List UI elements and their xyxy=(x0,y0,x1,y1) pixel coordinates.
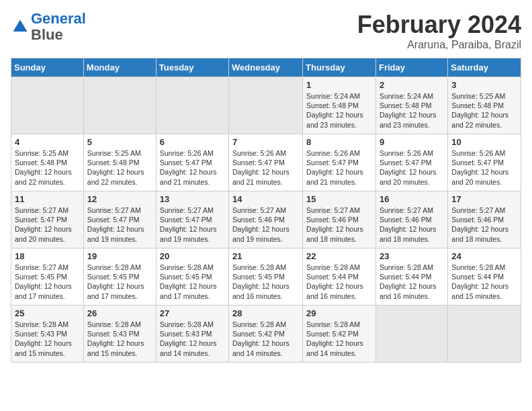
day-number: 23 xyxy=(380,251,444,261)
calendar-cell: 13Sunrise: 5:27 AM Sunset: 5:47 PM Dayli… xyxy=(156,191,228,248)
day-info: Sunrise: 5:26 AM Sunset: 5:47 PM Dayligh… xyxy=(306,148,372,187)
title-block: February 2024 Araruna, Paraiba, Brazil xyxy=(357,11,521,51)
day-info: Sunrise: 5:28 AM Sunset: 5:44 PM Dayligh… xyxy=(451,263,517,301)
calendar-cell: 27Sunrise: 5:28 AM Sunset: 5:43 PM Dayli… xyxy=(156,306,228,363)
day-info: Sunrise: 5:27 AM Sunset: 5:46 PM Dayligh… xyxy=(232,205,299,244)
day-number: 27 xyxy=(160,308,225,318)
day-info: Sunrise: 5:27 AM Sunset: 5:46 PM Dayligh… xyxy=(451,205,517,244)
calendar-cell xyxy=(83,77,156,134)
day-info: Sunrise: 5:26 AM Sunset: 5:47 PM Dayligh… xyxy=(160,148,225,187)
week-row-5: 25Sunrise: 5:28 AM Sunset: 5:43 PM Dayli… xyxy=(11,306,521,363)
day-number: 26 xyxy=(87,308,152,318)
calendar-cell: 14Sunrise: 5:27 AM Sunset: 5:46 PM Dayli… xyxy=(229,191,303,248)
day-info: Sunrise: 5:26 AM Sunset: 5:47 PM Dayligh… xyxy=(232,148,299,187)
day-number: 10 xyxy=(451,137,517,147)
calendar-cell: 20Sunrise: 5:28 AM Sunset: 5:45 PM Dayli… xyxy=(156,248,228,306)
day-number: 18 xyxy=(15,251,80,261)
calendar-cell: 2Sunrise: 5:24 AM Sunset: 5:48 PM Daylig… xyxy=(375,77,447,134)
day-info: Sunrise: 5:28 AM Sunset: 5:42 PM Dayligh… xyxy=(306,320,372,358)
day-number: 19 xyxy=(87,251,152,261)
calendar-cell: 25Sunrise: 5:28 AM Sunset: 5:43 PM Dayli… xyxy=(11,306,84,363)
week-row-3: 11Sunrise: 5:27 AM Sunset: 5:47 PM Dayli… xyxy=(11,191,521,248)
calendar-cell: 9Sunrise: 5:26 AM Sunset: 5:47 PM Daylig… xyxy=(375,134,447,191)
page-header: General Blue February 2024 Araruna, Para… xyxy=(11,11,521,51)
day-info: Sunrise: 5:28 AM Sunset: 5:43 PM Dayligh… xyxy=(160,320,225,358)
day-number: 6 xyxy=(160,137,225,147)
calendar-cell xyxy=(375,306,447,363)
calendar-cell: 5Sunrise: 5:25 AM Sunset: 5:48 PM Daylig… xyxy=(83,134,156,191)
day-number: 13 xyxy=(160,194,225,204)
day-number: 2 xyxy=(380,80,444,90)
calendar-cell: 12Sunrise: 5:27 AM Sunset: 5:47 PM Dayli… xyxy=(83,191,156,248)
calendar-cell xyxy=(156,77,228,134)
weekday-header-thursday: Thursday xyxy=(303,58,376,77)
weekday-header-monday: Monday xyxy=(83,58,156,77)
day-number: 20 xyxy=(160,251,225,261)
svg-marker-0 xyxy=(13,20,28,32)
day-number: 3 xyxy=(451,80,517,90)
calendar-cell xyxy=(11,77,84,134)
day-number: 11 xyxy=(15,194,80,204)
day-number: 16 xyxy=(380,194,444,204)
day-number: 14 xyxy=(232,194,299,204)
week-row-1: 1Sunrise: 5:24 AM Sunset: 5:48 PM Daylig… xyxy=(11,77,521,134)
day-info: Sunrise: 5:27 AM Sunset: 5:46 PM Dayligh… xyxy=(380,205,444,244)
calendar-cell: 4Sunrise: 5:25 AM Sunset: 5:48 PM Daylig… xyxy=(11,134,84,191)
weekday-header-row: SundayMondayTuesdayWednesdayThursdayFrid… xyxy=(11,58,521,77)
weekday-header-tuesday: Tuesday xyxy=(156,58,228,77)
calendar-cell: 22Sunrise: 5:28 AM Sunset: 5:44 PM Dayli… xyxy=(303,248,376,306)
day-info: Sunrise: 5:25 AM Sunset: 5:48 PM Dayligh… xyxy=(15,148,80,187)
calendar-cell: 1Sunrise: 5:24 AM Sunset: 5:48 PM Daylig… xyxy=(303,77,376,134)
day-number: 9 xyxy=(380,137,444,147)
weekday-header-saturday: Saturday xyxy=(448,58,521,77)
day-number: 15 xyxy=(306,194,372,204)
day-info: Sunrise: 5:27 AM Sunset: 5:47 PM Dayligh… xyxy=(87,205,152,244)
calendar-cell: 23Sunrise: 5:28 AM Sunset: 5:44 PM Dayli… xyxy=(375,248,447,306)
calendar-cell: 15Sunrise: 5:27 AM Sunset: 5:46 PM Dayli… xyxy=(303,191,376,248)
weekday-header-sunday: Sunday xyxy=(11,58,84,77)
week-row-4: 18Sunrise: 5:27 AM Sunset: 5:45 PM Dayli… xyxy=(11,248,521,306)
calendar-cell: 3Sunrise: 5:25 AM Sunset: 5:48 PM Daylig… xyxy=(448,77,521,134)
day-number: 5 xyxy=(87,137,152,147)
day-number: 17 xyxy=(451,194,517,204)
day-info: Sunrise: 5:27 AM Sunset: 5:47 PM Dayligh… xyxy=(15,205,80,244)
day-info: Sunrise: 5:28 AM Sunset: 5:45 PM Dayligh… xyxy=(87,263,152,301)
logo: General Blue xyxy=(11,11,86,43)
calendar-cell: 24Sunrise: 5:28 AM Sunset: 5:44 PM Dayli… xyxy=(448,248,521,306)
location-title: Araruna, Paraiba, Brazil xyxy=(357,39,521,51)
weekday-header-friday: Friday xyxy=(375,58,447,77)
weekday-header-wednesday: Wednesday xyxy=(229,58,303,77)
day-number: 25 xyxy=(15,308,80,318)
day-number: 24 xyxy=(451,251,517,261)
day-info: Sunrise: 5:28 AM Sunset: 5:45 PM Dayligh… xyxy=(160,263,225,301)
week-row-2: 4Sunrise: 5:25 AM Sunset: 5:48 PM Daylig… xyxy=(11,134,521,191)
calendar-cell: 17Sunrise: 5:27 AM Sunset: 5:46 PM Dayli… xyxy=(448,191,521,248)
day-number: 1 xyxy=(306,80,372,90)
day-info: Sunrise: 5:27 AM Sunset: 5:46 PM Dayligh… xyxy=(306,205,372,244)
calendar-cell xyxy=(448,306,521,363)
calendar-cell: 6Sunrise: 5:26 AM Sunset: 5:47 PM Daylig… xyxy=(156,134,228,191)
day-info: Sunrise: 5:28 AM Sunset: 5:43 PM Dayligh… xyxy=(15,320,80,358)
calendar-cell xyxy=(229,77,303,134)
day-info: Sunrise: 5:28 AM Sunset: 5:42 PM Dayligh… xyxy=(232,320,299,358)
day-number: 12 xyxy=(87,194,152,204)
day-info: Sunrise: 5:28 AM Sunset: 5:44 PM Dayligh… xyxy=(380,263,444,301)
day-number: 29 xyxy=(306,308,372,318)
logo-icon xyxy=(11,17,30,36)
calendar-cell: 10Sunrise: 5:26 AM Sunset: 5:47 PM Dayli… xyxy=(448,134,521,191)
calendar-cell: 26Sunrise: 5:28 AM Sunset: 5:43 PM Dayli… xyxy=(83,306,156,363)
calendar-cell: 8Sunrise: 5:26 AM Sunset: 5:47 PM Daylig… xyxy=(303,134,376,191)
calendar-cell: 28Sunrise: 5:28 AM Sunset: 5:42 PM Dayli… xyxy=(229,306,303,363)
calendar-cell: 7Sunrise: 5:26 AM Sunset: 5:47 PM Daylig… xyxy=(229,134,303,191)
day-info: Sunrise: 5:28 AM Sunset: 5:45 PM Dayligh… xyxy=(232,263,299,301)
day-info: Sunrise: 5:27 AM Sunset: 5:47 PM Dayligh… xyxy=(160,205,225,244)
day-info: Sunrise: 5:26 AM Sunset: 5:47 PM Dayligh… xyxy=(380,148,444,187)
calendar-cell: 18Sunrise: 5:27 AM Sunset: 5:45 PM Dayli… xyxy=(11,248,84,306)
calendar-cell: 19Sunrise: 5:28 AM Sunset: 5:45 PM Dayli… xyxy=(83,248,156,306)
day-number: 7 xyxy=(232,137,299,147)
day-info: Sunrise: 5:25 AM Sunset: 5:48 PM Dayligh… xyxy=(451,91,517,130)
logo-text: General Blue xyxy=(31,11,86,43)
calendar-cell: 21Sunrise: 5:28 AM Sunset: 5:45 PM Dayli… xyxy=(229,248,303,306)
day-info: Sunrise: 5:28 AM Sunset: 5:44 PM Dayligh… xyxy=(306,263,372,301)
day-info: Sunrise: 5:25 AM Sunset: 5:48 PM Dayligh… xyxy=(87,148,152,187)
